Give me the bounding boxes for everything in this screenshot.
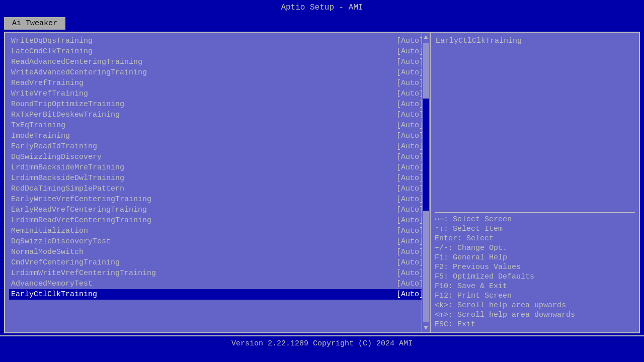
menu-item-value: [Auto] bbox=[396, 280, 424, 288]
menu-item-value: [Auto] bbox=[396, 227, 424, 235]
menu-item-value: [Auto] bbox=[396, 100, 424, 109]
menu-item-value: [Auto] bbox=[396, 79, 424, 87]
menu-row[interactable]: EarlyWriteVrefCenteringTraining[Auto] bbox=[9, 194, 426, 205]
menu-item-label: EarlyWriteVrefCenteringTraining bbox=[11, 195, 396, 204]
key-help-row: ↔↔: Select Screen bbox=[435, 215, 635, 224]
menu-item-label: NormalModeSwitch bbox=[11, 248, 396, 256]
menu-item-value: [Auto] bbox=[396, 142, 424, 151]
menu-item-label: LrdimmWriteVrefCenteringTraining bbox=[11, 269, 396, 278]
menu-row[interactable]: RxTxPerBitDeskewTraining[Auto] bbox=[9, 110, 426, 120]
left-panel: WriteDqDqsTraining[Auto]LateCmdClkTraini… bbox=[4, 32, 431, 333]
menu-row[interactable]: RoundTripOptimizeTraining[Auto] bbox=[9, 99, 426, 110]
menu-row[interactable]: WriteDqDqsTraining[Auto] bbox=[9, 36, 426, 46]
scroll-track bbox=[423, 43, 429, 322]
menu-item-value: [Auto] bbox=[396, 195, 424, 204]
menu-item-value: [Auto] bbox=[396, 89, 424, 98]
key-help-row: F5: Optimized Defaults bbox=[435, 272, 635, 282]
scrollbar: ▲ ▼ bbox=[422, 33, 430, 332]
key-help-row: F12: Print Screen bbox=[435, 291, 635, 301]
menu-item-label: DqSwizzlingDiscovery bbox=[11, 153, 396, 161]
menu-item-label: RoundTripOptimizeTraining bbox=[11, 100, 396, 109]
menu-item-label: ReadAdvancedCenteringTraining bbox=[11, 58, 396, 66]
help-text: EarlyCtlClkTraining bbox=[435, 36, 635, 210]
menu-row[interactable]: ReadAdvancedCenteringTraining[Auto] bbox=[9, 57, 426, 67]
menu-item-label: WriteDqDqsTraining bbox=[11, 37, 396, 45]
tab-bar: Ai Tweaker bbox=[0, 15, 644, 30]
menu-item-label: MemInitialization bbox=[11, 227, 396, 235]
scroll-down-arrow[interactable]: ▼ bbox=[423, 323, 429, 332]
main-area: WriteDqDqsTraining[Auto]LateCmdClkTraini… bbox=[0, 30, 644, 335]
menu-item-label: CmdVrefCenteringTraining bbox=[11, 258, 396, 267]
menu-item-value: [Auto] bbox=[396, 269, 424, 278]
menu-row[interactable]: LrdimmBacksideMreTraining[Auto] bbox=[9, 162, 426, 173]
menu-row[interactable]: ImodeTraining[Auto] bbox=[9, 131, 426, 141]
scroll-thumb bbox=[423, 99, 429, 210]
menu-row[interactable]: MemInitialization[Auto] bbox=[9, 226, 426, 236]
menu-row[interactable]: LrdimmWriteVrefCenteringTraining[Auto] bbox=[9, 268, 426, 279]
right-panel: EarlyCtlClkTraining ↔↔: Select Screen↑↓:… bbox=[431, 32, 640, 333]
footer: Version 2.22.1289 Copyright (C) 2024 AMI bbox=[0, 335, 644, 351]
key-help-row: F2: Previous Values bbox=[435, 262, 635, 272]
key-help-row: +/-: Change Opt. bbox=[435, 243, 635, 253]
menu-item-value: [Auto] bbox=[396, 206, 424, 214]
title-bar: Aptio Setup - AMI bbox=[0, 0, 644, 15]
menu-item-value: [Auto] bbox=[396, 47, 424, 56]
menu-item-value: [Auto] bbox=[396, 258, 424, 267]
menu-item-label: LrdimmReadVrefCenteringTraining bbox=[11, 216, 396, 225]
menu-item-label: DqSwizzleDiscoveryTest bbox=[11, 237, 396, 246]
menu-row[interactable]: LrdimmBacksideDwlTraining[Auto] bbox=[9, 173, 426, 184]
menu-item-label: TxEqTraining bbox=[11, 121, 396, 130]
menu-row[interactable]: NormalModeSwitch[Auto] bbox=[9, 247, 426, 257]
menu-row[interactable]: EarlyCtlClkTraining[Auto] bbox=[9, 289, 426, 300]
menu-item-value: [Auto] bbox=[396, 132, 424, 140]
menu-row[interactable]: CmdVrefCenteringTraining[Auto] bbox=[9, 257, 426, 268]
key-help-row: <k>: Scroll help area upwards bbox=[435, 301, 635, 310]
menu-item-label: AdvancedMemoryTest bbox=[11, 280, 396, 288]
menu-item-value: [Auto] bbox=[396, 248, 424, 256]
menu-item-value: [Auto] bbox=[396, 216, 424, 225]
menu-item-label: EarlyCtlClkTraining bbox=[11, 290, 396, 299]
menu-item-value: [Auto] bbox=[396, 58, 424, 66]
scroll-up-arrow[interactable]: ▲ bbox=[423, 33, 429, 42]
key-help-row: ↑↓: Select Item bbox=[435, 224, 635, 234]
menu-item-value: [Auto] bbox=[396, 290, 424, 299]
menu-row[interactable]: TxEqTraining[Auto] bbox=[9, 120, 426, 131]
menu-item-value: [Auto] bbox=[396, 111, 424, 119]
footer-text: Version 2.22.1289 Copyright (C) 2024 AMI bbox=[231, 339, 413, 348]
menu-item-label: EarlyReadVrefCenteringTraining bbox=[11, 206, 396, 214]
menu-row[interactable]: AdvancedMemoryTest[Auto] bbox=[9, 279, 426, 289]
ai-tweaker-tab[interactable]: Ai Tweaker bbox=[4, 17, 65, 30]
help-title: EarlyCtlClkTraining bbox=[436, 37, 522, 45]
key-help-row: F10: Save & Exit bbox=[435, 282, 635, 291]
menu-item-value: [Auto] bbox=[396, 68, 424, 77]
menu-row[interactable]: WriteAdvancedCenteringTraining[Auto] bbox=[9, 67, 426, 78]
menu-row[interactable]: RcdDcaTimingSimplePattern[Auto] bbox=[9, 184, 426, 194]
menu-item-label: LateCmdClkTraining bbox=[11, 47, 396, 56]
menu-item-value: [Auto] bbox=[396, 237, 424, 246]
menu-item-label: RcdDcaTimingSimplePattern bbox=[11, 185, 396, 193]
menu-item-label: WriteAdvancedCenteringTraining bbox=[11, 68, 396, 77]
menu-row[interactable]: ReadVrefTraining[Auto] bbox=[9, 78, 426, 88]
menu-item-label: LrdimmBacksideDwlTraining bbox=[11, 174, 396, 183]
menu-row[interactable]: DqSwizzleDiscoveryTest[Auto] bbox=[9, 236, 426, 247]
menu-item-value: [Auto] bbox=[396, 37, 424, 45]
menu-row[interactable]: EarlyReadVrefCenteringTraining[Auto] bbox=[9, 205, 426, 215]
menu-item-label: LrdimmBacksideMreTraining bbox=[11, 163, 396, 172]
menu-item-label: ImodeTraining bbox=[11, 132, 396, 140]
key-help-row: Enter: Select bbox=[435, 234, 635, 243]
menu-item-value: [Auto] bbox=[396, 185, 424, 193]
menu-row[interactable]: WriteVrefTraining[Auto] bbox=[9, 88, 426, 99]
menu-item-value: [Auto] bbox=[396, 153, 424, 161]
menu-list: WriteDqDqsTraining[Auto]LateCmdClkTraini… bbox=[9, 36, 426, 300]
key-help: ↔↔: Select Screen↑↓: Select ItemEnter: S… bbox=[435, 215, 635, 329]
title-text: Aptio Setup - AMI bbox=[281, 3, 363, 12]
menu-row[interactable]: LateCmdClkTraining[Auto] bbox=[9, 46, 426, 57]
divider bbox=[435, 212, 635, 213]
menu-item-value: [Auto] bbox=[396, 121, 424, 130]
menu-row[interactable]: DqSwizzlingDiscovery[Auto] bbox=[9, 152, 426, 162]
menu-item-value: [Auto] bbox=[396, 174, 424, 183]
menu-row[interactable]: LrdimmReadVrefCenteringTraining[Auto] bbox=[9, 215, 426, 226]
key-help-row: <m>: Scroll help area downwards bbox=[435, 310, 635, 320]
menu-row[interactable]: EarlyReadIdTraining[Auto] bbox=[9, 141, 426, 152]
menu-item-label: EarlyReadIdTraining bbox=[11, 142, 396, 151]
